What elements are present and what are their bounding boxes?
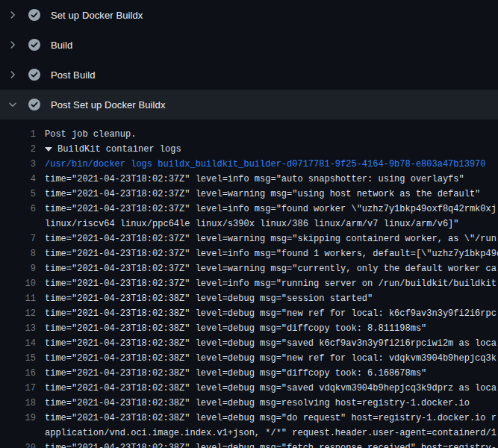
- group-label: BuildKit container logs: [57, 144, 181, 155]
- log-line-text: application/vnd.oci.image.index.v1+json,…: [36, 426, 498, 441]
- log-group-toggle[interactable]: BuildKit container logs: [36, 142, 181, 157]
- log-line-number[interactable]: 10: [0, 276, 36, 291]
- chevron-right-icon: [7, 69, 19, 81]
- log-line-number: [0, 426, 36, 441]
- log-line: 10time="2021-04-23T18:02:37Z" level=info…: [0, 276, 498, 291]
- group-caret-down-icon: [45, 147, 52, 152]
- log-line: 11time="2021-04-23T18:02:38Z" level=debu…: [0, 291, 498, 306]
- log-line-number[interactable]: 9: [0, 261, 36, 276]
- check-circle-icon: [28, 39, 40, 51]
- log-line: 15time="2021-04-23T18:02:38Z" level=debu…: [0, 351, 498, 366]
- log-line-number[interactable]: 11: [0, 291, 36, 306]
- log-line: linux/riscv64 linux/ppc64le linux/s390x …: [0, 217, 498, 231]
- step-post-set-up-docker-buildx[interactable]: Post Set up Docker Buildx: [0, 90, 498, 119]
- log-line-number[interactable]: 16: [0, 366, 36, 381]
- log-line-number[interactable]: 1: [0, 127, 36, 142]
- step-label: Set up Docker Buildx: [51, 10, 143, 21]
- log-line-number[interactable]: 5: [0, 187, 36, 202]
- log-line: application/vnd.oci.image.index.v1+json,…: [0, 426, 498, 441]
- log-line-number[interactable]: 4: [0, 172, 36, 187]
- log-line: 7time="2021-04-23T18:02:37Z" level=warni…: [0, 231, 498, 246]
- log-line: 18time="2021-04-23T18:02:38Z" level=debu…: [0, 396, 498, 411]
- log-line: 14time="2021-04-23T18:02:38Z" level=debu…: [0, 336, 498, 351]
- log-line: 16time="2021-04-23T18:02:38Z" level=debu…: [0, 366, 498, 381]
- log-line-text: time="2021-04-23T18:02:37Z" level=warnin…: [36, 261, 497, 276]
- log-line-number[interactable]: 13: [0, 321, 36, 336]
- log-line-number[interactable]: 8: [0, 246, 36, 261]
- log-line-text: time="2021-04-23T18:02:38Z" level=debug …: [36, 411, 497, 426]
- step-label: Post Set up Docker Buildx: [51, 99, 166, 111]
- log-line-text: time="2021-04-23T18:02:37Z" level=warnin…: [36, 231, 497, 246]
- log-line: 19time="2021-04-23T18:02:38Z" level=debu…: [0, 411, 498, 426]
- step-label: Build: [51, 40, 72, 51]
- log-line-text: Post job cleanup.: [36, 127, 136, 142]
- log-line-number: [0, 217, 36, 231]
- chevron-right-icon: [7, 39, 19, 51]
- log-line-text: time="2021-04-23T18:02:38Z" level=debug …: [36, 441, 497, 448]
- check-circle-icon: [28, 9, 40, 21]
- log-line: 17time="2021-04-23T18:02:38Z" level=debu…: [0, 381, 498, 396]
- log-line-number[interactable]: 20: [0, 441, 36, 448]
- log-line-number[interactable]: 2: [0, 142, 36, 157]
- log-line-number[interactable]: 7: [0, 231, 36, 246]
- log-line-number[interactable]: 12: [0, 306, 36, 321]
- log-line: 4time="2021-04-23T18:02:37Z" level=info …: [0, 172, 498, 187]
- step-post-build[interactable]: Post Build: [0, 60, 498, 90]
- log-line: 12time="2021-04-23T18:02:38Z" level=debu…: [0, 306, 498, 321]
- chevron-down-icon: [7, 99, 19, 111]
- log-command-text: /usr/bin/docker logs buildx_buildkit_bui…: [36, 157, 486, 172]
- log-line-text: time="2021-04-23T18:02:37Z" level=warnin…: [36, 187, 480, 202]
- log-line: 1Post job cleanup.: [0, 127, 498, 142]
- step-build[interactable]: Build: [0, 30, 498, 60]
- log-line: 8time="2021-04-23T18:02:37Z" level=info …: [0, 246, 498, 261]
- log-line: 9time="2021-04-23T18:02:37Z" level=warni…: [0, 261, 498, 276]
- log-line-text: time="2021-04-23T18:02:37Z" level=info m…: [36, 246, 498, 261]
- log-line-number[interactable]: 15: [0, 351, 36, 366]
- log-line-text: time="2021-04-23T18:02:38Z" level=debug …: [36, 396, 470, 411]
- log-line-number[interactable]: 19: [0, 411, 36, 426]
- log-line-text: time="2021-04-23T18:02:37Z" level=info m…: [36, 202, 497, 217]
- log-line: 5time="2021-04-23T18:02:37Z" level=warni…: [0, 187, 498, 202]
- log-line-text: time="2021-04-23T18:02:38Z" level=debug …: [36, 366, 426, 381]
- log-line: 2BuildKit container logs: [0, 142, 498, 157]
- steps-list: Set up Docker Buildx Build Post Build: [0, 0, 498, 119]
- log-line-text: time="2021-04-23T18:02:38Z" level=debug …: [36, 381, 497, 396]
- chevron-right-icon: [7, 9, 19, 21]
- log-line-number[interactable]: 3: [0, 157, 36, 172]
- log-output: 1Post job cleanup.2BuildKit container lo…: [0, 119, 498, 448]
- check-circle-icon: [28, 69, 40, 81]
- log-line-number[interactable]: 14: [0, 336, 36, 351]
- log-line: 3/usr/bin/docker logs buildx_buildkit_bu…: [0, 157, 498, 172]
- log-line-text: time="2021-04-23T18:02:37Z" level=info m…: [36, 276, 497, 291]
- log-line-text: linux/riscv64 linux/ppc64le linux/s390x …: [36, 217, 459, 231]
- log-line: 6time="2021-04-23T18:02:37Z" level=info …: [0, 202, 498, 217]
- log-line-text: time="2021-04-23T18:02:38Z" level=debug …: [36, 291, 373, 306]
- step-set-up-docker-buildx[interactable]: Set up Docker Buildx: [0, 0, 498, 30]
- step-label: Post Build: [51, 69, 96, 81]
- log-line-text: time="2021-04-23T18:02:38Z" level=debug …: [36, 336, 497, 351]
- log-line: 13time="2021-04-23T18:02:38Z" level=debu…: [0, 321, 498, 336]
- log-line-text: time="2021-04-23T18:02:38Z" level=debug …: [36, 306, 497, 321]
- log-line-text: time="2021-04-23T18:02:37Z" level=info m…: [36, 172, 464, 187]
- log-line-number[interactable]: 17: [0, 381, 36, 396]
- log-line-text: time="2021-04-23T18:02:38Z" level=debug …: [36, 351, 497, 366]
- workflow-log-panel: Set up Docker Buildx Build Post Build: [0, 0, 498, 448]
- log-line: 20time="2021-04-23T18:02:38Z" level=debu…: [0, 441, 498, 448]
- log-line-text: time="2021-04-23T18:02:38Z" level=debug …: [36, 321, 426, 336]
- check-circle-icon: [28, 99, 40, 111]
- log-line-number[interactable]: 6: [0, 202, 36, 217]
- log-line-number[interactable]: 18: [0, 396, 36, 411]
